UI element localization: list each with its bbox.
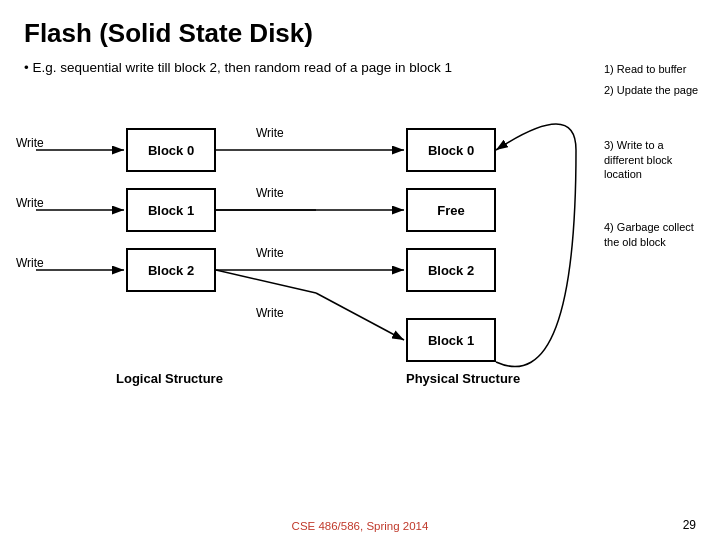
write-label-mid-3: Write bbox=[256, 306, 284, 320]
write-label-mid-1: Write bbox=[256, 186, 284, 200]
physical-block-2: Block 2 bbox=[406, 248, 496, 292]
svg-line-10 bbox=[316, 293, 404, 340]
write-label-0: Write bbox=[16, 136, 44, 150]
logical-structure-label: Logical Structure bbox=[116, 371, 223, 386]
write-label-mid-0: Write bbox=[256, 126, 284, 140]
footer: CSE 486/586, Spring 2014 bbox=[0, 520, 720, 532]
logical-block-2: Block 2 bbox=[126, 248, 216, 292]
logical-block-0: Block 0 bbox=[126, 128, 216, 172]
write-label-2: Write bbox=[16, 256, 44, 270]
physical-free: Free bbox=[406, 188, 496, 232]
physical-structure-label: Physical Structure bbox=[406, 371, 520, 386]
svg-line-9 bbox=[216, 270, 316, 293]
bullet-text: • E.g. sequential write till block 2, th… bbox=[24, 59, 696, 78]
page: Flash (Solid State Disk) • E.g. sequenti… bbox=[0, 0, 720, 540]
footer-course: CSE 486/586, Spring 2014 bbox=[292, 520, 429, 532]
logical-block-1: Block 1 bbox=[126, 188, 216, 232]
annotation-2: 2) Update the page bbox=[604, 83, 704, 98]
footer-page: 29 bbox=[683, 518, 696, 532]
page-title: Flash (Solid State Disk) bbox=[24, 18, 696, 49]
arrows-svg bbox=[16, 118, 716, 438]
write-label-mid-2: Write bbox=[256, 246, 284, 260]
physical-block-0: Block 0 bbox=[406, 128, 496, 172]
annotation-1: 1) Read to buffer bbox=[604, 62, 704, 77]
diagram-container: Write Write Write Write Write Write Writ… bbox=[16, 118, 716, 438]
write-label-1: Write bbox=[16, 196, 44, 210]
physical-block-1: Block 1 bbox=[406, 318, 496, 362]
